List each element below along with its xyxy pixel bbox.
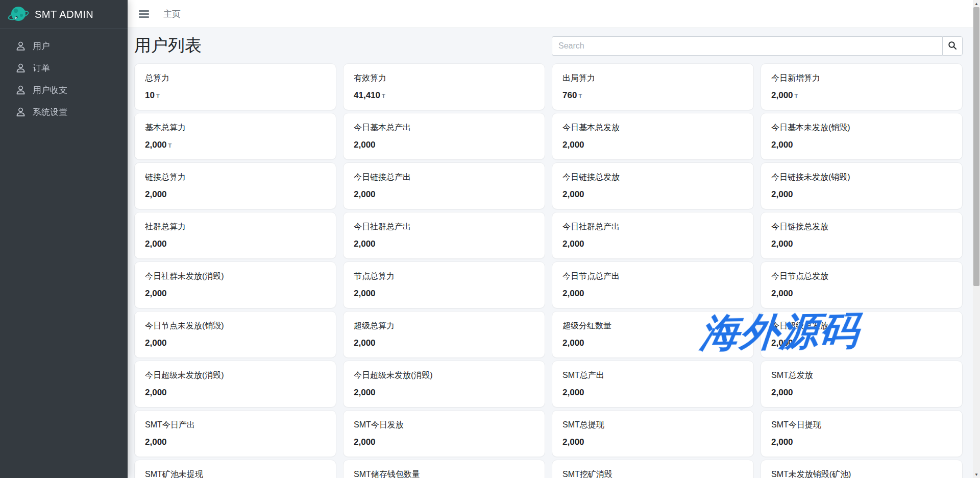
stat-card-value: 2,000	[771, 289, 793, 298]
stat-card-label: SMT今日发放	[354, 419, 534, 431]
sidebar-item-label: 系统设置	[33, 106, 67, 118]
stat-card-label: 总算力	[145, 73, 326, 84]
menu-toggle-icon[interactable]	[139, 10, 149, 18]
stat-card: SMT矿池未提现	[134, 460, 336, 478]
sidebar-item[interactable]: 系统设置	[4, 101, 124, 123]
stat-card-value: 2,000	[562, 437, 584, 447]
stat-card-label: 基本总算力	[145, 122, 326, 133]
brand-title: SMT ADMIN	[35, 9, 93, 20]
stat-card: 今日链接未发放(销毁) 2,000	[761, 162, 963, 209]
stat-card: 有效算力 41,410T	[343, 63, 545, 110]
stat-card: 今日社群总产出 2,000	[343, 212, 545, 259]
stat-card: 今日链接总发放 2,000	[761, 212, 963, 259]
stat-card-label: 节点总算力	[354, 271, 534, 282]
stat-card: 今日新增算力 2,000T	[761, 63, 963, 110]
stat-card-unit: T	[382, 93, 385, 99]
sidebar-item[interactable]: 用户	[4, 35, 124, 57]
stat-card: SMT挖矿消毁	[552, 460, 754, 478]
stat-card-value: 2,000	[354, 437, 376, 447]
stat-card-value: 41,410	[354, 90, 380, 100]
stat-card: 今日超级总发放 2,000	[761, 311, 963, 358]
page-title: 用户列表	[134, 34, 202, 57]
search-icon	[948, 41, 957, 52]
stat-card-value: 2,000	[354, 189, 376, 199]
stat-card: 节点总算力 2,000	[343, 261, 545, 308]
stat-card-label: SMT储存钱包数量	[354, 469, 534, 478]
scrollbar-up-arrow-icon[interactable]: ▲	[973, 0, 980, 7]
stat-card-label: 今日基本未发放(销毁)	[771, 122, 952, 133]
vertical-scrollbar[interactable]: ▲ ▼	[973, 0, 980, 478]
user-icon	[15, 85, 26, 95]
stat-card-value: 2,000	[145, 437, 167, 447]
stat-card-label: 有效算力	[354, 73, 534, 84]
user-icon	[15, 107, 26, 117]
user-icon	[15, 63, 26, 74]
stat-card-label: SMT今日产出	[145, 419, 326, 431]
stat-card-label: 出局算力	[562, 73, 743, 84]
stat-card-label: SMT总产出	[562, 370, 743, 381]
stat-card: SMT未发放销毁(矿池)	[761, 460, 963, 478]
stat-card-label: 超级分红数量	[562, 320, 743, 331]
stat-card-value: 2,000	[354, 289, 376, 298]
stat-card-label: 超级总算力	[354, 320, 534, 331]
search-group	[552, 36, 963, 56]
breadcrumb-home-link[interactable]: 主页	[163, 8, 181, 20]
stat-card-value: 2,000	[562, 189, 584, 199]
stat-card-value: 2,000	[771, 140, 793, 150]
stat-card-value: 2,000	[145, 140, 167, 150]
scrollbar-down-arrow-icon[interactable]: ▼	[973, 471, 980, 478]
stat-card-label: 社群总算力	[145, 221, 326, 232]
topbar: 主页	[128, 0, 980, 28]
search-button[interactable]	[942, 36, 963, 56]
stat-card: 社群总算力 2,000	[134, 212, 336, 259]
stat-card: 今日基本未发放(销毁) 2,000	[761, 113, 963, 160]
stat-card-value: 2,000	[145, 289, 167, 298]
sidebar-nav: 用户 订单 用户收支	[0, 29, 128, 129]
stat-card: 超级总算力 2,000	[343, 311, 545, 358]
stat-card: 今日基本总发放 2,000	[552, 113, 754, 160]
stat-card-label: 今日节点总产出	[562, 271, 743, 282]
stat-card-unit: T	[578, 93, 582, 99]
stat-card-label: SMT总提现	[562, 419, 743, 431]
stat-card-value: 2,000	[771, 90, 793, 100]
stat-card-label: 今日超级总发放	[771, 320, 952, 331]
stat-card-label: SMT今日提现	[771, 419, 952, 431]
stat-card: SMT总提现 2,000	[552, 410, 754, 457]
stat-card-value: 2,000	[145, 388, 167, 397]
brand[interactable]: SMT ADMIN	[0, 0, 128, 29]
stat-card-label: 链接总算力	[145, 172, 326, 183]
stat-card-value: 2,000	[771, 437, 793, 447]
stat-card: 基本总算力 2,000T	[134, 113, 336, 160]
stat-card-label: 今日链接总发放	[562, 172, 743, 183]
stat-card-label: 今日基本总发放	[562, 122, 743, 133]
stat-card: 今日链接总产出 2,000	[343, 162, 545, 209]
stat-card-label: 今日社群总产出	[354, 221, 534, 232]
scrollbar-thumb[interactable]	[973, 7, 979, 286]
stat-card-label: 今日节点总发放	[771, 271, 952, 282]
stat-card: 链接总算力 2,000	[134, 162, 336, 209]
sidebar-item[interactable]: 订单	[4, 57, 124, 79]
stat-card-label: 今日链接总产出	[354, 172, 534, 183]
stat-card: 今日社群未发放(消毁) 2,000	[134, 261, 336, 308]
stat-card: 总算力 10T	[134, 63, 336, 110]
sidebar-item[interactable]: 用户收支	[4, 79, 124, 101]
stat-card-value: 2,000	[562, 289, 584, 298]
stat-card-value: 2,000	[771, 189, 793, 199]
stat-card-label: 今日链接未发放(销毁)	[771, 172, 952, 183]
stat-card-value: 2,000	[771, 338, 793, 348]
stat-card-value: 2,000	[771, 388, 793, 397]
stat-cards-grid: 总算力 10T 有效算力 41,410T 出局算力 760T 今日新增	[134, 63, 963, 478]
stat-card-label: SMT总发放	[771, 370, 952, 381]
stat-card-value: 2,000	[562, 338, 584, 348]
stat-card: SMT今日产出 2,000	[134, 410, 336, 457]
stat-card: 今日节点总发放 2,000	[761, 261, 963, 308]
stat-card: 今日节点总产出 2,000	[552, 261, 754, 308]
stat-card-value: 2,000	[145, 338, 167, 348]
stat-card-label: 今日新增算力	[771, 73, 952, 84]
sidebar-item-label: 用户收支	[33, 84, 67, 96]
stat-card-label: 今日社群未发放(消毁)	[145, 271, 326, 282]
stat-card: 超级分红数量 2,000	[552, 311, 754, 358]
stat-card-unit: T	[156, 93, 160, 99]
search-input[interactable]	[552, 36, 942, 56]
stat-card-value: 10	[145, 90, 155, 100]
